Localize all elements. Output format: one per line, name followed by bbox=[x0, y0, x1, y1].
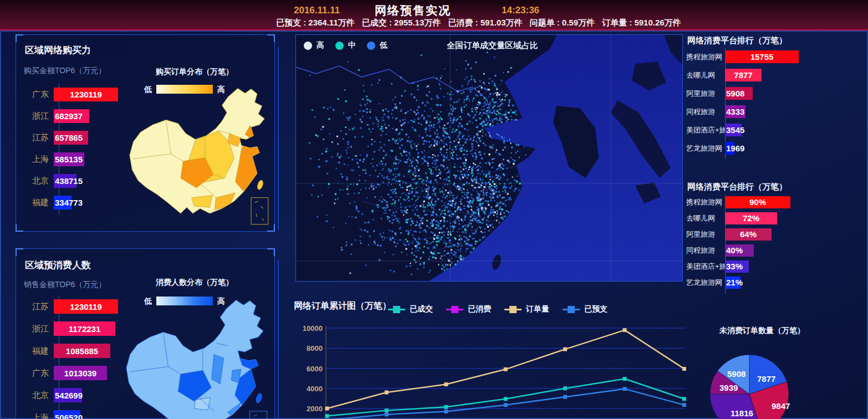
legend-item-mid[interactable]: 中 bbox=[335, 40, 356, 50]
legend-item-orders[interactable]: 订单量 bbox=[504, 304, 549, 314]
bar-row[interactable]: 浙江 1172231 bbox=[24, 318, 118, 340]
map-title: 全国订单成交量区域占比 bbox=[447, 40, 538, 51]
bar-label: 上海 bbox=[24, 412, 54, 419]
bar-row[interactable]: 携程旅游网 90% bbox=[686, 194, 867, 210]
pie-slice-value: 9847 bbox=[772, 401, 790, 411]
legend-label: 中 bbox=[348, 40, 356, 50]
bar[interactable]: 15755 bbox=[725, 50, 799, 63]
bar-row[interactable]: 福建 1085885 bbox=[24, 340, 118, 362]
bar-label: 广东 bbox=[24, 368, 54, 379]
bar[interactable]: 4333 bbox=[725, 105, 746, 118]
corner-accent bbox=[267, 34, 275, 42]
panel-title: 网络消费平台排行（万笔） bbox=[687, 182, 787, 192]
bar-value: 585135 bbox=[55, 155, 83, 164]
bar-row[interactable]: 上海 506520 bbox=[24, 406, 118, 419]
pie-chart-title: 未消费订单数量（万笔） bbox=[709, 326, 815, 336]
stat-consumed: 已消费 : 591.03万件 bbox=[448, 18, 522, 28]
china-map-buy-distribution[interactable] bbox=[126, 86, 274, 226]
stat-orders: 订单量 : 5910.26万件 bbox=[602, 18, 681, 28]
bar-row[interactable]: 浙江 682937 bbox=[24, 105, 118, 127]
bar[interactable]: 1969 bbox=[725, 142, 734, 155]
bar-value: 15755 bbox=[750, 52, 774, 62]
bar-row[interactable]: 美团酒店+旅游 3545 bbox=[686, 121, 867, 139]
bar[interactable]: 7877 bbox=[725, 69, 762, 81]
bar[interactable]: 682937 bbox=[54, 109, 89, 123]
legend-label: 订单量 bbox=[526, 304, 549, 314]
bar[interactable]: 585135 bbox=[54, 152, 84, 166]
platform-percentage-bars: 携程旅游网 90% 去哪儿网 72% 阿里旅游 64% 同程旅游 40% 美团酒… bbox=[686, 194, 867, 290]
bar-label: 上海 bbox=[24, 154, 54, 165]
bar-value: 334773 bbox=[55, 198, 83, 207]
bar[interactable]: 21% bbox=[725, 277, 741, 289]
bar-value: 64% bbox=[740, 229, 757, 239]
low-dot-icon bbox=[367, 42, 375, 50]
bar[interactable]: 438715 bbox=[54, 174, 76, 188]
bar-row[interactable]: 北京 438715 bbox=[24, 170, 118, 192]
bar-row[interactable]: 福建 334773 bbox=[24, 192, 118, 213]
bar-value: 40% bbox=[726, 246, 743, 255]
legend-item-high[interactable]: 高 bbox=[304, 40, 324, 50]
bar-label: 北京 bbox=[24, 176, 54, 186]
bar[interactable]: 64% bbox=[725, 228, 772, 241]
bar[interactable]: 657865 bbox=[54, 131, 88, 145]
bar-label: 艺龙旅游网 bbox=[686, 278, 725, 288]
panel-national-order-map: 高 中 低 全国订单成交量区域占比 bbox=[295, 34, 683, 282]
bar-row[interactable]: 艺龙旅游网 21% bbox=[686, 274, 867, 290]
bar-value: 682937 bbox=[55, 111, 83, 121]
bar-row[interactable]: 江苏 657865 bbox=[24, 127, 118, 149]
bar[interactable]: 5908 bbox=[725, 87, 753, 100]
bar-row[interactable]: 同程旅游 4333 bbox=[686, 103, 867, 121]
bar-row[interactable]: 美团酒店+旅游 33% bbox=[686, 258, 867, 274]
legend-label: 高 bbox=[316, 40, 324, 50]
bar[interactable]: 334773 bbox=[54, 196, 72, 209]
legend-item-consumed[interactable]: 已消费 bbox=[446, 304, 491, 314]
bar[interactable]: 1172231 bbox=[54, 321, 115, 336]
panel-title: 区域网络购买力 bbox=[25, 44, 91, 57]
bar-row[interactable]: 去哪儿网 72% bbox=[686, 210, 867, 226]
bar-row[interactable]: 上海 585135 bbox=[24, 149, 118, 170]
bar-row[interactable]: 阿里旅游 64% bbox=[686, 226, 867, 242]
bar-value: 1230119 bbox=[70, 90, 102, 99]
line-marker-icon bbox=[563, 306, 580, 313]
panel-title: 网络消费平台排行（万笔） bbox=[687, 35, 787, 46]
china-scatter-map[interactable] bbox=[296, 35, 682, 281]
bar-row[interactable]: 广东 1230119 bbox=[24, 84, 118, 105]
legend-item-low[interactable]: 低 bbox=[367, 40, 387, 50]
bar-label: 浙江 bbox=[24, 111, 54, 121]
bar-value: 21% bbox=[726, 278, 743, 287]
bar-row[interactable]: 去哪儿网 7877 bbox=[686, 66, 867, 84]
china-map-consumer-distribution[interactable] bbox=[122, 298, 273, 419]
bar[interactable]: 1230119 bbox=[54, 88, 118, 101]
cumulative-orders-line-chart[interactable]: 100008000600040002000 bbox=[290, 320, 687, 419]
bar-row[interactable]: 同程旅游 40% bbox=[686, 242, 867, 258]
legend-label: 低 bbox=[380, 40, 387, 50]
bar-row[interactable]: 江苏 1230119 bbox=[24, 295, 118, 318]
bar-row[interactable]: 艺龙旅游网 1969 bbox=[686, 139, 867, 157]
south-china-sea-inset bbox=[251, 198, 268, 224]
bar[interactable]: 1085885 bbox=[54, 344, 110, 358]
pie-slice-value: 3939 bbox=[719, 383, 738, 392]
bar-value: 33% bbox=[726, 262, 743, 271]
bar[interactable]: 542699 bbox=[54, 388, 82, 402]
bar-value: 542699 bbox=[55, 391, 83, 400]
bar[interactable]: 72% bbox=[725, 212, 777, 224]
bar[interactable]: 1230119 bbox=[54, 299, 118, 314]
bar-row[interactable]: 阿里旅游 5908 bbox=[686, 84, 867, 103]
bar[interactable]: 90% bbox=[725, 196, 790, 208]
bar-label: 北京 bbox=[24, 390, 54, 401]
pie-slice-value: 7877 bbox=[757, 374, 775, 384]
bar-row[interactable]: 广东 1013039 bbox=[24, 362, 118, 384]
map-subtitle: 购买订单分布（万笔） bbox=[156, 67, 233, 77]
legend-item-completed[interactable]: 已成交 bbox=[388, 304, 433, 314]
bar[interactable]: 1013039 bbox=[54, 366, 107, 380]
legend-item-prepaid[interactable]: 已预支 bbox=[563, 304, 607, 314]
bar-value: 657865 bbox=[55, 133, 83, 142]
bar[interactable]: 3545 bbox=[725, 124, 742, 136]
map-subtitle: 消费人数分布（万笔） bbox=[156, 278, 233, 288]
bar-row[interactable]: 北京 542699 bbox=[24, 384, 118, 406]
bar-row[interactable]: 携程旅游网 15755 bbox=[686, 48, 867, 66]
bar-label: 美团酒店+旅游 bbox=[686, 262, 725, 272]
bar[interactable]: 40% bbox=[725, 244, 754, 257]
bar[interactable]: 33% bbox=[725, 260, 749, 273]
bar[interactable]: 506520 bbox=[54, 410, 80, 419]
